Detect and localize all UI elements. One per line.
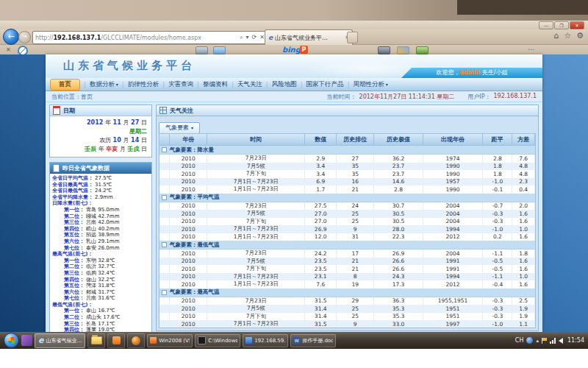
back-button[interactable]: ← — [3, 29, 19, 45]
table-cell: 26.6 — [374, 265, 423, 273]
page-title: 山东省气候业务平台 — [63, 59, 196, 73]
table-cell: 2010 — [170, 185, 207, 194]
start-button[interactable] — [4, 333, 19, 348]
table-row[interactable]: 20107月下旬3.43523.719901.84.8 — [159, 170, 535, 178]
table-group-row[interactable]: 气象要素：最高气温 — [159, 289, 535, 297]
table-row[interactable]: 20107月23日2.92736.219742.87.6 — [159, 155, 535, 163]
table-cell: -0.3 — [483, 297, 512, 305]
main-panel-body: 气象要素 ▾ 年份时间数值历史排位历史极值出现年份距平方差气象要素：降水量201… — [156, 116, 539, 331]
weather-line: 全省日最高气温：31.5℃ — [52, 182, 149, 188]
element-filter-button[interactable]: 气象要素 ▾ — [159, 122, 200, 134]
table-row[interactable]: 20101月1日～7月23日7.61917.32012-0.41.6 — [159, 280, 535, 289]
nav-item-0[interactable]: 首页 — [50, 79, 80, 91]
hidden-icons-arrow[interactable]: ▴ — [536, 338, 539, 344]
table-row[interactable]: 20107月下旬31.42535.31951-0.31.9 — [159, 313, 535, 321]
table-row[interactable]: 20101月1日～7月23日12.03122.320120.21.6 — [159, 233, 535, 241]
minimize-button[interactable]: — — [539, 21, 553, 29]
nav-item-3[interactable]: 灾害查询 — [168, 80, 193, 89]
table-cell: 2004 — [423, 202, 484, 210]
table-row[interactable]: 20107月5候23.52126.61991-0.51.6 — [159, 258, 535, 266]
table-cell: 23.1 — [305, 273, 337, 281]
nav-item-1[interactable]: 数据分析 ▾ — [90, 80, 118, 89]
table-row[interactable]: 20107月下旬27.02530.52004-0.31.6 — [159, 218, 535, 226]
addon-effects-icon[interactable] — [397, 46, 409, 54]
search-icon[interactable]: ⌕ — [240, 34, 243, 41]
table-group-row[interactable]: 气象要素：降水量 — [159, 146, 535, 155]
addon-camera-icon[interactable] — [378, 46, 390, 54]
table-row[interactable]: 20107月下旬23.52126.61991-0.51.6 — [159, 265, 535, 273]
table-row[interactable]: 20107月5候31.42535.31951-0.31.9 — [159, 305, 535, 313]
taskbar-window-3[interactable]: W操作手册.docx ... — [290, 334, 336, 347]
table-group-row[interactable]: 气象要素：平均气温 — [159, 194, 535, 202]
table-cell: 2010 — [170, 297, 207, 305]
weather-line: 全省日平均气温：27.5℃ — [52, 175, 149, 182]
table-row[interactable]: 20107月1日～7月23日23.1824.31994-1.11.0 — [159, 273, 535, 281]
more-addons-icon[interactable]: ⋯ — [528, 45, 535, 54]
table-cell: 24.2 — [305, 250, 337, 258]
taskbar-window-2[interactable]: 192.168.59.99... — [243, 334, 288, 347]
bing-pinyin-icon[interactable]: P — [300, 46, 308, 54]
stop-icon[interactable]: ✕ — [259, 34, 265, 41]
table-group-row[interactable]: 气象要素：最低气温 — [159, 241, 535, 250]
nav-item-2[interactable]: 韵律性分析 — [128, 80, 159, 89]
nav-item-7[interactable]: 国家下行产品 — [306, 80, 344, 89]
address-bar[interactable]: http://192.168.137.1/GLCCLIMATE/modules/… — [32, 31, 268, 44]
browser-tab[interactable]: e 山东省气候业务平... ✕ — [265, 29, 353, 45]
taskbar-window-0[interactable]: Win2008 (VS2... — [147, 334, 193, 347]
table-cell: 23.5 — [305, 258, 337, 266]
volume-icon[interactable] — [559, 338, 563, 344]
table-row[interactable]: 20107月1日～7月23日6.91614.61957-1.02.3 — [159, 178, 535, 186]
table-row[interactable]: 20107月5候27.02530.52004-0.31.6 — [159, 210, 535, 218]
bing-logo[interactable]: bing — [282, 45, 301, 54]
table-cell: 7月下旬 — [207, 218, 305, 226]
breadcrumb: 当前位置：首页 — [51, 93, 93, 101]
nav-item-4[interactable]: 整编资料 — [203, 80, 228, 89]
maximize-button[interactable]: ❐ — [554, 21, 569, 29]
close-button[interactable]: ✕ — [570, 21, 584, 29]
new-tab-button[interactable] — [347, 32, 358, 43]
taskbar-window-1[interactable]: C:\Windows\s... — [195, 334, 240, 347]
calendar-panel-title: 日期 — [63, 107, 75, 115]
network-icon[interactable] — [550, 338, 556, 344]
chevron-down-icon[interactable]: ▾ — [246, 34, 249, 41]
addon-card-icon[interactable] — [196, 46, 208, 54]
expand-checkbox[interactable] — [162, 242, 167, 247]
table-cell: 1955,1951 — [423, 297, 484, 305]
expand-checkbox[interactable] — [162, 147, 167, 152]
taskbar-app2-button[interactable] — [107, 333, 125, 348]
gear-icon[interactable]: ⚙ — [576, 31, 584, 40]
site: 山东省气候业务平台 欢迎您，admin 先生/小姐 首页|数据分析 ▾|韵律性分… — [46, 54, 542, 332]
taskbar-ie-window[interactable]: e 山东省气候业... — [35, 333, 85, 348]
ime-globe-icon[interactable] — [526, 337, 533, 344]
home-icon[interactable]: ⌂ — [553, 31, 559, 40]
table-row[interactable]: 20107月23日24.21726.92004-1.11.8 — [159, 250, 535, 258]
language-indicator[interactable]: CH — [515, 337, 524, 344]
weather-line: 第二位：临沂 32.7℃ — [52, 263, 149, 270]
weather-line: 第一位：泰山 16.7℃ — [52, 308, 149, 314]
table-row[interactable]: 20107月23日31.52936.31955,1951-0.32.5 — [159, 297, 535, 305]
expand-checkbox[interactable] — [162, 290, 167, 295]
taskbar-mediaplayer-button[interactable] — [127, 333, 145, 348]
refresh-icon[interactable]: ⟳ — [252, 34, 257, 41]
expand-checkbox[interactable] — [162, 195, 167, 200]
table-row[interactable]: 20107月5候3.43523.719901.84.8 — [159, 163, 535, 171]
table-cell: 1.6 — [512, 218, 535, 226]
weather-line: 全省平均降水量：2.9mm — [52, 194, 149, 201]
favorites-star-icon[interactable]: ☆ — [564, 31, 571, 40]
taskbar-app-icon[interactable] — [21, 335, 32, 346]
action-center-flag-icon[interactable] — [542, 338, 547, 344]
commandbar-close-icon[interactable]: ✕ — [6, 45, 11, 54]
taskbar-explorer-button[interactable] — [87, 333, 105, 348]
table-row[interactable]: 20107月1日～7月23日31.5933.01997-1.01.1 — [159, 320, 535, 328]
taskbar-clock[interactable]: 11:54 — [567, 337, 584, 344]
nav-item-8[interactable]: 周期性分析 ▾ — [353, 80, 387, 89]
table-row[interactable]: 20107月23日27.52430.72004-0.72.0 — [159, 202, 535, 210]
nav-item-5[interactable]: 天气关注 — [237, 80, 262, 89]
nav-item-6[interactable]: 风险地图 — [272, 80, 297, 89]
addon-extension-icon[interactable] — [416, 46, 429, 54]
table-row[interactable]: 20101月1日～7月23日1.7212.81990-0.10.4 — [159, 185, 535, 194]
forward-button[interactable]: → — [18, 31, 31, 43]
table-cell: 0.4 — [512, 185, 535, 194]
table-row[interactable]: 20107月1日～7月23日26.9928.01994-1.01.0 — [159, 225, 535, 233]
addon-send-icon[interactable] — [213, 46, 226, 54]
